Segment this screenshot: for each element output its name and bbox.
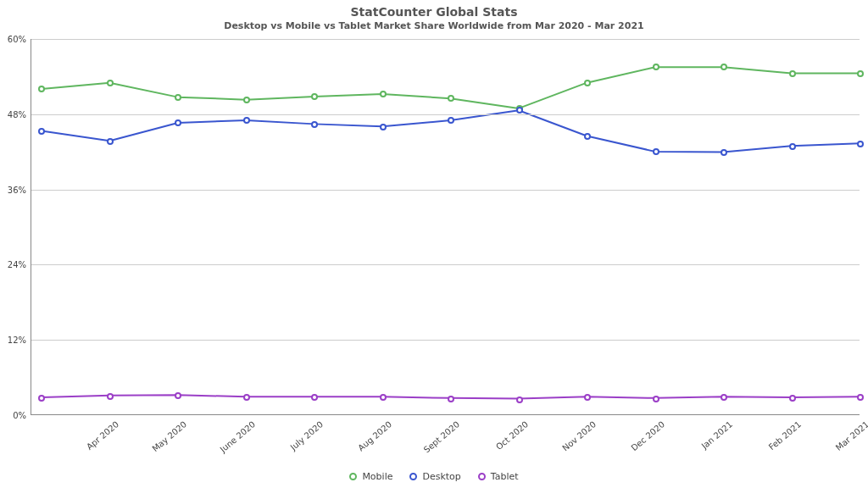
- data-point: [789, 143, 796, 150]
- data-point: [857, 70, 864, 77]
- gridline: [31, 264, 860, 265]
- x-tick-label: Jan 2021: [695, 414, 734, 451]
- data-point: [653, 148, 659, 155]
- legend-swatch: [478, 473, 486, 480]
- data-point: [721, 394, 727, 401]
- y-tick-label: 60%: [8, 35, 31, 44]
- chart-title: StatCounter Global Stats: [0, 5, 868, 19]
- legend: MobileDesktopTablet: [0, 471, 868, 483]
- data-point: [584, 394, 591, 401]
- legend-swatch: [409, 473, 417, 480]
- series-line: [42, 67, 860, 108]
- data-point: [516, 107, 523, 114]
- y-tick-label: 12%: [8, 336, 31, 345]
- data-point: [311, 93, 318, 100]
- data-point: [311, 394, 318, 401]
- data-point: [243, 97, 250, 103]
- data-point: [175, 119, 181, 126]
- data-point: [107, 80, 114, 86]
- plot-area: 0%12%24%36%48%60%Apr 2020May 2020June 20…: [31, 39, 860, 415]
- legend-label: Tablet: [491, 471, 519, 482]
- data-point: [380, 124, 387, 130]
- data-point: [38, 395, 45, 402]
- data-point: [107, 138, 114, 145]
- gridline: [31, 114, 860, 115]
- data-point: [789, 70, 796, 77]
- x-tick-label: Mar 2021: [830, 414, 868, 452]
- x-tick-label: Nov 2020: [556, 414, 598, 453]
- data-point: [721, 64, 727, 70]
- x-tick-label: June 2020: [214, 414, 257, 454]
- series-lines: [31, 39, 860, 414]
- data-point: [857, 141, 864, 147]
- data-point: [857, 394, 864, 401]
- data-point: [448, 95, 454, 102]
- x-tick-label: Sept 2020: [418, 414, 462, 455]
- data-point: [38, 86, 45, 92]
- chart: StatCounter Global Stats Desktop vs Mobi…: [0, 0, 868, 488]
- gridline: [31, 39, 860, 40]
- x-tick-label: July 2020: [284, 414, 325, 452]
- x-tick-label: Aug 2020: [352, 414, 393, 453]
- x-tick-label: Feb 2021: [762, 414, 803, 452]
- data-point: [243, 117, 250, 124]
- legend-item: Desktop: [409, 471, 460, 482]
- data-point: [516, 396, 523, 403]
- data-point: [789, 395, 796, 402]
- legend-label: Desktop: [422, 471, 460, 482]
- data-point: [175, 392, 181, 399]
- data-point: [38, 128, 45, 135]
- y-tick-label: 0%: [13, 411, 31, 420]
- x-tick-label: May 2020: [146, 414, 188, 453]
- data-point: [175, 94, 181, 101]
- data-point: [653, 396, 659, 402]
- data-point: [107, 393, 114, 400]
- data-point: [584, 133, 591, 140]
- data-point: [584, 80, 591, 86]
- legend-item: Mobile: [349, 471, 392, 482]
- data-point: [380, 394, 387, 401]
- x-tick-label: Oct 2020: [489, 414, 529, 452]
- data-point: [448, 117, 454, 124]
- data-point: [448, 396, 454, 402]
- y-tick-label: 48%: [8, 109, 31, 119]
- x-tick-label: Dec 2020: [625, 414, 666, 452]
- legend-swatch: [349, 473, 357, 480]
- gridline: [31, 340, 860, 341]
- legend-item: Tablet: [478, 471, 519, 482]
- y-tick-label: 24%: [8, 260, 31, 269]
- data-point: [380, 91, 387, 97]
- legend-label: Mobile: [362, 471, 392, 482]
- x-tick-label: Apr 2020: [80, 414, 120, 452]
- chart-subtitle: Desktop vs Mobile vs Tablet Market Share…: [0, 20, 868, 31]
- data-point: [653, 64, 659, 70]
- data-point: [311, 121, 318, 128]
- data-point: [243, 394, 250, 401]
- data-point: [721, 149, 727, 156]
- gridline: [31, 190, 860, 191]
- y-tick-label: 36%: [8, 185, 31, 194]
